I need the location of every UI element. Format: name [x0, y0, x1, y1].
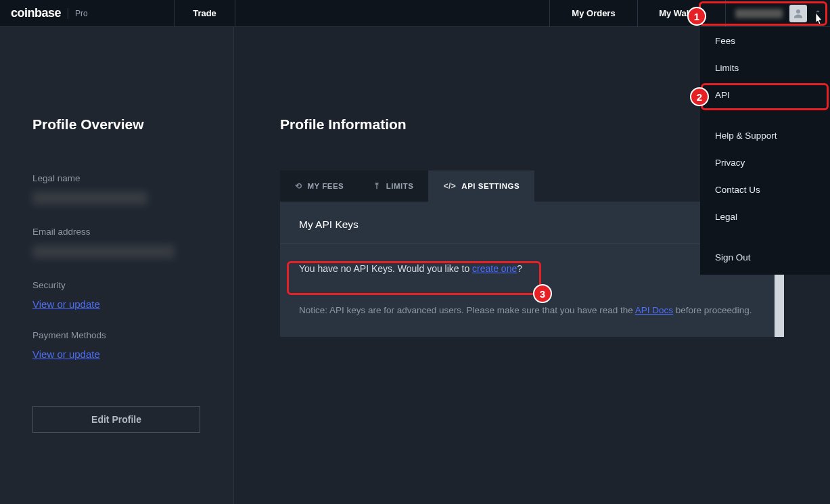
label-security: Security — [32, 280, 201, 290]
tab-api-settings[interactable]: </> API SETTINGS — [428, 170, 534, 202]
dd-api[interactable]: API — [700, 81, 830, 108]
avatar — [789, 5, 807, 22]
empty-text-post: ? — [517, 263, 522, 274]
notice-pre: Notice: API keys are for advanced users.… — [299, 305, 635, 315]
edit-profile-button[interactable]: Edit Profile — [32, 406, 200, 433]
dd-fees[interactable]: Fees — [700, 27, 830, 54]
svg-point-0 — [796, 9, 800, 14]
dd-help[interactable]: Help & Support — [700, 122, 830, 149]
top-nav: coinbase Pro Trade My Orders My Wallets … — [0, 0, 830, 27]
upload-icon: ⤒ — [373, 181, 381, 191]
create-one-link[interactable]: create one — [472, 263, 517, 274]
username-redacted — [735, 9, 783, 18]
sidebar-title: Profile Overview — [32, 116, 201, 133]
notice-post: before proceeding. — [673, 305, 752, 315]
panel-title: My API Keys — [299, 219, 359, 231]
tab-label: API SETTINGS — [461, 182, 520, 190]
empty-text-pre: You have no API Keys. Would you like to — [299, 263, 472, 274]
sidebar: Profile Overview Legal name Email addres… — [0, 27, 234, 504]
logo-divider — [68, 8, 68, 19]
nav-my-orders[interactable]: My Orders — [549, 0, 637, 26]
tab-my-fees[interactable]: ⟲ MY FEES — [280, 170, 359, 202]
logo-sub: Pro — [75, 9, 88, 18]
chevron-up-icon: ⌃ — [815, 9, 821, 17]
value-email-redacted — [32, 245, 175, 258]
dd-privacy[interactable]: Privacy — [700, 149, 830, 176]
dd-signout[interactable]: Sign Out — [700, 244, 830, 271]
nav-trade[interactable]: Trade — [175, 0, 235, 26]
label-payment: Payment Methods — [32, 330, 201, 340]
link-payment[interactable]: View or update — [32, 348, 201, 360]
nav-my-wallets[interactable]: My Wallets — [637, 0, 725, 26]
code-icon: </> — [443, 181, 456, 191]
tab-limits[interactable]: ⤒ LIMITS — [359, 170, 428, 202]
logo[interactable]: coinbase Pro — [0, 0, 175, 26]
notice: Notice: API keys are for advanced users.… — [280, 290, 784, 333]
user-dropdown: Fees Limits API Help & Support Privacy C… — [700, 27, 830, 275]
logo-text: coinbase — [11, 6, 61, 20]
label-email: Email address — [32, 227, 201, 237]
tab-label: MY FEES — [308, 182, 344, 190]
api-docs-link[interactable]: API Docs — [635, 305, 673, 315]
dd-legal[interactable]: Legal — [700, 203, 830, 230]
link-security[interactable]: View or update — [32, 298, 201, 310]
link-icon: ⟲ — [295, 181, 302, 191]
tab-label: LIMITS — [386, 182, 414, 190]
dd-contact[interactable]: Contact Us — [700, 176, 830, 203]
dd-limits[interactable]: Limits — [700, 54, 830, 81]
nav-spacer — [235, 0, 549, 26]
label-legal-name: Legal name — [32, 173, 201, 183]
value-legal-name-redacted — [32, 191, 147, 205]
nav-user-menu[interactable]: ⌃ — [725, 0, 830, 26]
